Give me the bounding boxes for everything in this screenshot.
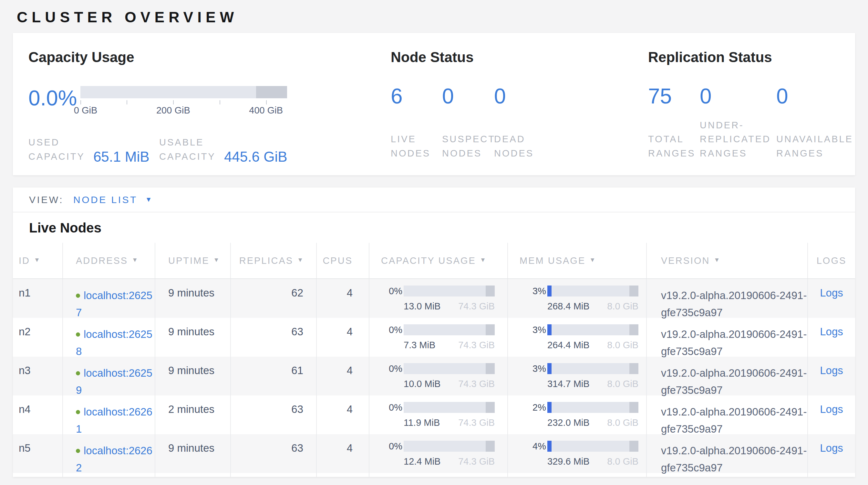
logs-link[interactable]: Logs: [820, 442, 843, 454]
address-link[interactable]: localhost:26261: [76, 406, 152, 435]
capacity-total-value: 74.3 GiB: [458, 301, 495, 312]
replicas-value: 63: [291, 325, 303, 338]
capacity-usage-bar: [404, 286, 495, 296]
summary-stat: 6 LIVENODES: [391, 85, 442, 160]
mem-reserved-segment: [629, 286, 639, 296]
mem-used-value: 232.0 MiB: [547, 418, 590, 428]
view-selector-bar: VIEW: NODE LIST ▼: [13, 188, 855, 212]
node-id: n4: [19, 403, 31, 415]
view-label: VIEW:: [29, 194, 64, 205]
capacity-axis-label: 200 GiB: [156, 105, 190, 116]
replicas-cell: 61: [231, 356, 317, 395]
stat-value: 0: [776, 85, 853, 107]
stat-value: 75: [648, 85, 700, 107]
column-header-id[interactable]: ID▼: [13, 243, 63, 278]
sort-desc-icon: ▼: [297, 256, 303, 263]
logs-cell: Logs: [808, 434, 855, 473]
logs-link[interactable]: Logs: [820, 364, 843, 376]
column-header-uptime[interactable]: UPTIME▼: [155, 243, 231, 278]
mem-usage-fill: [547, 363, 552, 374]
mem-usage-cell: 2% 232.0 MiB 8.0 GiB: [508, 395, 647, 434]
logs-cell: Logs: [808, 318, 855, 356]
table-row: n2 localhost:26258 9 minutes 63 4 0% 7.3…: [13, 318, 855, 356]
version-value: v19.2.0-alpha.20190606-2491-gfe735c9a97: [661, 364, 807, 399]
replicas-cell: 63: [231, 434, 317, 473]
mem-percent: 3%: [520, 363, 547, 374]
column-header-label: CPUS: [322, 255, 352, 266]
logs-link[interactable]: Logs: [820, 403, 843, 415]
capacity-total-value: 74.3 GiB: [458, 340, 495, 350]
capacity-percent: 0%: [381, 363, 404, 374]
replicas-cell: 63: [231, 318, 317, 356]
column-header-label: ID: [19, 255, 30, 266]
address-link[interactable]: localhost:26258: [76, 328, 152, 357]
capacity-used-value: 10.0 MiB: [404, 379, 440, 389]
mem-percent: 3%: [520, 324, 547, 335]
capacity-axis-ticks: [81, 99, 287, 105]
mem-used-value: 329.6 MiB: [547, 456, 590, 467]
cpus-value: 4: [347, 325, 352, 338]
sort-desc-icon: ▼: [589, 256, 595, 263]
usable-capacity-value: 445.6 GiB: [224, 149, 287, 165]
capacity-usage-cell: 0% 12.4 MiB 74.3 GiB: [369, 434, 508, 473]
stat-value: 6: [391, 85, 442, 107]
capacity-total-value: 74.3 GiB: [458, 456, 495, 467]
mem-usage-fill: [547, 324, 552, 335]
logs-cell: Logs: [808, 279, 855, 318]
uptime-cell: 9 minutes: [155, 318, 231, 356]
capacity-used-value: 7.3 MiB: [404, 340, 435, 350]
mem-total-value: 8.0 GiB: [607, 418, 639, 428]
cluster-overview-page: CLUSTER OVERVIEW Capacity Usage 0.0% 0 G…: [0, 8, 868, 477]
table-row: n5 localhost:26262 9 minutes 63 4 0% 12.…: [13, 434, 855, 473]
capacity-axis-label: 400 GiB: [249, 105, 283, 116]
column-header-address[interactable]: ADDRESS▼: [63, 243, 155, 278]
nodes-table-header: ID▼ADDRESS▼UPTIME▼REPLICAS▼CPUSCAPACITY …: [13, 243, 855, 279]
uptime-value: 9 minutes: [168, 287, 214, 299]
capacity-usage-bar: [404, 402, 495, 413]
node-list-dropdown[interactable]: NODE LIST ▼: [73, 194, 152, 205]
replicas-value: 63: [291, 442, 303, 454]
column-header-cpus: CPUS: [317, 243, 369, 278]
column-header-capacity[interactable]: CAPACITY USAGE▼: [369, 243, 508, 278]
sort-desc-icon: ▼: [714, 256, 720, 263]
address-link[interactable]: localhost:26257: [76, 289, 152, 318]
capacity-usage-cell: 0% 10.0 MiB 74.3 GiB: [369, 356, 508, 395]
column-header-label: REPLICAS: [239, 255, 293, 266]
chevron-down-icon: ▼: [145, 196, 152, 203]
logs-cell: Logs: [808, 395, 855, 434]
logs-link[interactable]: Logs: [820, 325, 843, 338]
node-address-cell: localhost:26259: [63, 356, 155, 395]
table-row: n4 localhost:26261 2 minutes 63 4 0% 11.…: [13, 395, 855, 434]
logs-link[interactable]: Logs: [820, 287, 843, 299]
version-value: v19.2.0-alpha.20190606-2491-gfe735c9a97: [661, 325, 807, 360]
column-header-mem[interactable]: MEM USAGE▼: [508, 243, 647, 278]
column-header-label: UPTIME: [168, 255, 210, 266]
version-value: v19.2.0-alpha.20190606-2491-gfe735c9a97: [661, 403, 807, 438]
capacity-usage-cell: 0% 11.9 MiB 74.3 GiB: [369, 395, 508, 434]
version-cell: v19.2.0-alpha.20190606-2491-gfe735c9a97: [647, 318, 808, 356]
address-link[interactable]: localhost:26262: [76, 445, 152, 474]
column-header-replicas[interactable]: REPLICAS▼: [231, 243, 317, 278]
column-header-version[interactable]: VERSION▼: [647, 243, 808, 278]
node-id: n2: [19, 325, 31, 338]
mem-usage-cell: 3% 268.4 MiB 8.0 GiB: [508, 279, 647, 318]
node-list-dropdown-value: NODE LIST: [73, 194, 137, 205]
address-link[interactable]: localhost:26259: [76, 367, 152, 396]
column-header-label: MEM USAGE: [520, 255, 585, 266]
capacity-bar-reserved-segment: [256, 86, 287, 98]
summary-stat: 0 SUSPECTNODES: [442, 85, 494, 160]
used-capacity-label: USED CAPACITY: [28, 136, 85, 164]
uptime-value: 9 minutes: [168, 442, 214, 454]
mem-usage-bar: [547, 286, 639, 296]
capacity-reserved-segment: [486, 363, 495, 374]
capacity-axis-label: 0 GiB: [74, 105, 97, 116]
mem-usage-bar: [547, 324, 639, 335]
replicas-cell: 63: [231, 395, 317, 434]
mem-reserved-segment: [629, 441, 639, 452]
stat-label: TOTALRANGES: [648, 132, 700, 160]
node-address-cell: localhost:26261: [63, 395, 155, 434]
version-value: v19.2.0-alpha.20190606-2491-gfe735c9a97: [661, 442, 807, 477]
summary-stat: 0 UNDER-REPLICATEDRANGES: [700, 85, 776, 160]
replicas-value: 63: [291, 403, 303, 415]
live-status-dot-icon: [76, 410, 80, 414]
